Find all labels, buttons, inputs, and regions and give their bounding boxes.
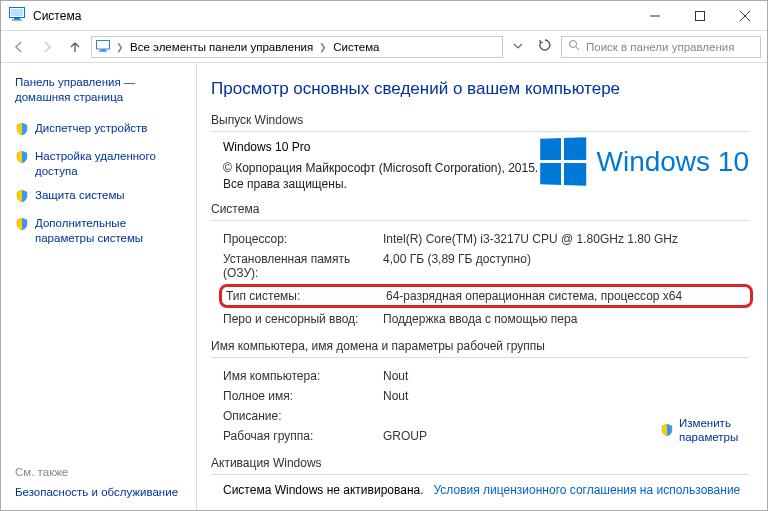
change-settings-label: Изменить параметры bbox=[679, 417, 749, 445]
sidebar-item-label: Настройка удаленного доступа bbox=[35, 149, 186, 178]
label-processor: Процессор: bbox=[223, 232, 383, 246]
search-input[interactable]: Поиск в панели управления bbox=[561, 36, 761, 58]
window-title: Система bbox=[33, 9, 632, 23]
label-full-name: Полное имя: bbox=[223, 389, 383, 403]
license-terms-link[interactable]: Условия лицензионного соглашения на испо… bbox=[434, 483, 741, 497]
windows-edition-name: Windows 10 Pro bbox=[223, 140, 539, 154]
sidebar: Панель управления — домашняя страница Ди… bbox=[1, 63, 196, 510]
sidebar-item-device-manager[interactable]: Диспетчер устройств bbox=[15, 121, 186, 139]
nav-back-button[interactable] bbox=[7, 35, 31, 59]
section-system: Система bbox=[211, 202, 749, 221]
breadcrumb-bar[interactable]: ❯ Все элементы панели управления ❯ Систе… bbox=[91, 36, 503, 58]
minimize-button[interactable] bbox=[632, 1, 677, 30]
sidebar-item-remote-settings[interactable]: Настройка удаленного доступа bbox=[15, 149, 186, 178]
value-full-name: Nout bbox=[383, 389, 749, 403]
shield-icon bbox=[660, 423, 674, 439]
change-settings-link[interactable]: Изменить параметры bbox=[660, 417, 749, 445]
maximize-button[interactable] bbox=[677, 1, 722, 30]
activation-status: Система Windows не активирована. bbox=[223, 483, 424, 497]
svg-rect-1 bbox=[11, 9, 23, 16]
row-processor: Процессор: Intel(R) Core(TM) i3-3217U CP… bbox=[223, 229, 749, 249]
sidebar-item-system-protection[interactable]: Защита системы bbox=[15, 188, 186, 206]
shield-icon bbox=[15, 217, 29, 234]
breadcrumb-item[interactable]: Система bbox=[333, 41, 379, 53]
see-also-header: См. также bbox=[15, 466, 178, 478]
label-description: Описание: bbox=[223, 409, 383, 423]
row-system-type: Тип системы: 64-разрядная операционная с… bbox=[219, 284, 753, 308]
svg-rect-10 bbox=[99, 50, 108, 51]
breadcrumb-item[interactable]: Все элементы панели управления bbox=[130, 41, 313, 53]
svg-point-11 bbox=[570, 41, 577, 48]
copyright-text: © Корпорация Майкрософт (Microsoft Corpo… bbox=[223, 160, 539, 192]
label-system-type: Тип системы: bbox=[226, 289, 386, 303]
titlebar: Система bbox=[1, 1, 767, 31]
value-computer-name: Nout bbox=[383, 369, 749, 383]
svg-rect-2 bbox=[14, 18, 20, 20]
close-button[interactable] bbox=[722, 1, 767, 30]
search-icon bbox=[568, 39, 580, 54]
activation-row: Система Windows не активирована. Условия… bbox=[211, 483, 749, 497]
row-full-name: Полное имя: Nout bbox=[223, 386, 749, 406]
shield-icon bbox=[15, 189, 29, 206]
value-processor: Intel(R) Core(TM) i3-3217U CPU @ 1.80GHz… bbox=[383, 232, 749, 246]
security-maintenance-link[interactable]: Безопасность и обслуживание bbox=[15, 486, 178, 498]
refresh-button[interactable] bbox=[533, 38, 557, 55]
sidebar-item-label: Защита системы bbox=[35, 188, 125, 202]
label-ram: Установленная память (ОЗУ): bbox=[223, 252, 383, 280]
sidebar-item-advanced-settings[interactable]: Дополнительные параметры системы bbox=[15, 216, 186, 245]
shield-icon bbox=[15, 150, 29, 167]
windows-10-logo: Windows 10 bbox=[539, 138, 749, 185]
system-icon bbox=[9, 7, 25, 24]
value-ram: 4,00 ГБ (3,89 ГБ доступно) bbox=[383, 252, 749, 266]
section-activation: Активация Windows bbox=[211, 456, 749, 475]
address-bar: ❯ Все элементы панели управления ❯ Систе… bbox=[1, 31, 767, 63]
see-also-section: См. также Безопасность и обслуживание bbox=[15, 466, 178, 498]
svg-rect-9 bbox=[100, 49, 105, 50]
control-panel-home-link[interactable]: Панель управления — домашняя страница bbox=[15, 75, 186, 105]
sidebar-item-label: Диспетчер устройств bbox=[35, 121, 147, 135]
breadcrumb-dropdown[interactable] bbox=[507, 40, 529, 54]
page-title: Просмотр основных сведений о вашем компь… bbox=[211, 79, 749, 99]
svg-rect-8 bbox=[97, 40, 110, 49]
system-small-icon bbox=[96, 40, 110, 54]
windows-logo-icon bbox=[541, 137, 587, 185]
window-buttons bbox=[632, 1, 767, 30]
row-ram: Установленная память (ОЗУ): 4,00 ГБ (3,8… bbox=[223, 249, 749, 283]
label-computer-name: Имя компьютера: bbox=[223, 369, 383, 383]
windows-logo-text: Windows 10 bbox=[596, 146, 749, 178]
row-computer-name: Имя компьютера: Nout bbox=[223, 366, 749, 386]
system-info-table: Процессор: Intel(R) Core(TM) i3-3217U CP… bbox=[211, 229, 749, 329]
value-system-type: 64-разрядная операционная система, проце… bbox=[386, 289, 746, 303]
main-panel: Просмотр основных сведений о вашем компь… bbox=[196, 63, 767, 510]
value-pen-touch: Поддержка ввода с помощью пера bbox=[383, 312, 749, 326]
search-placeholder: Поиск в панели управления bbox=[586, 41, 734, 53]
section-computer-name: Имя компьютера, имя домена и параметры р… bbox=[211, 339, 749, 358]
nav-up-button[interactable] bbox=[63, 35, 87, 59]
svg-rect-5 bbox=[695, 11, 704, 20]
section-windows-edition: Выпуск Windows bbox=[211, 113, 749, 132]
svg-rect-3 bbox=[12, 20, 22, 21]
nav-forward-button[interactable] bbox=[35, 35, 59, 59]
label-pen-touch: Перо и сенсорный ввод: bbox=[223, 312, 383, 326]
shield-icon bbox=[15, 122, 29, 139]
svg-line-12 bbox=[576, 47, 579, 50]
sidebar-item-label: Дополнительные параметры системы bbox=[35, 216, 186, 245]
row-pen-touch: Перо и сенсорный ввод: Поддержка ввода с… bbox=[223, 309, 749, 329]
chevron-right-icon: ❯ bbox=[116, 42, 124, 52]
label-workgroup: Рабочая группа: bbox=[223, 429, 383, 443]
chevron-right-icon: ❯ bbox=[319, 42, 327, 52]
